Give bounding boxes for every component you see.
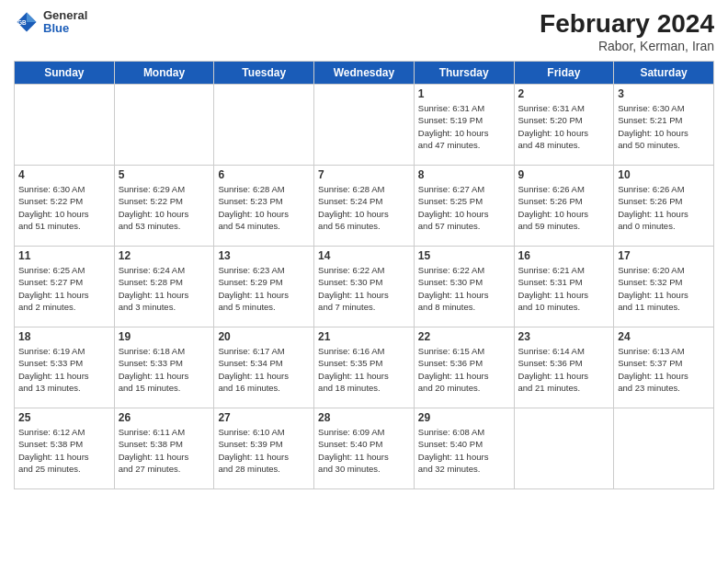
day-info: Sunrise: 6:18 AM Sunset: 5:33 PM Dayligh… [119, 345, 210, 394]
calendar-cell: 1Sunrise: 6:31 AM Sunset: 5:19 PM Daylig… [414, 85, 514, 166]
day-number: 25 [18, 411, 110, 424]
day-info: Sunrise: 6:22 AM Sunset: 5:30 PM Dayligh… [318, 264, 410, 313]
calendar-week-row: 11Sunrise: 6:25 AM Sunset: 5:27 PM Dayli… [15, 247, 714, 327]
calendar-cell: 9Sunrise: 6:26 AM Sunset: 5:26 PM Daylig… [514, 166, 614, 247]
weekday-header: Monday [114, 62, 214, 85]
day-number: 11 [18, 249, 110, 262]
weekday-header: Tuesday [214, 62, 314, 85]
day-info: Sunrise: 6:31 AM Sunset: 5:20 PM Dayligh… [518, 102, 610, 151]
svg-marker-1 [27, 13, 37, 23]
day-number: 5 [119, 168, 210, 181]
calendar-cell: 17Sunrise: 6:20 AM Sunset: 5:32 PM Dayli… [614, 247, 714, 327]
calendar-cell: 19Sunrise: 6:18 AM Sunset: 5:33 PM Dayli… [114, 327, 214, 408]
calendar-cell: 25Sunrise: 6:12 AM Sunset: 5:38 PM Dayli… [15, 408, 115, 489]
day-number: 20 [218, 330, 310, 343]
day-info: Sunrise: 6:30 AM Sunset: 5:21 PM Dayligh… [618, 102, 710, 151]
calendar-cell: 2Sunrise: 6:31 AM Sunset: 5:20 PM Daylig… [514, 85, 614, 166]
day-info: Sunrise: 6:26 AM Sunset: 5:26 PM Dayligh… [518, 183, 610, 232]
day-number: 17 [618, 249, 710, 262]
calendar-cell [114, 85, 214, 166]
calendar-cell: 14Sunrise: 6:22 AM Sunset: 5:30 PM Dayli… [314, 247, 415, 327]
calendar-cell: 5Sunrise: 6:29 AM Sunset: 5:22 PM Daylig… [114, 166, 214, 247]
month-year-title: February 2024 [540, 9, 714, 39]
day-info: Sunrise: 6:24 AM Sunset: 5:28 PM Dayligh… [119, 264, 210, 313]
day-number: 13 [218, 249, 310, 262]
day-info: Sunrise: 6:10 AM Sunset: 5:39 PM Dayligh… [218, 426, 310, 475]
calendar-cell: 13Sunrise: 6:23 AM Sunset: 5:29 PM Dayli… [214, 247, 314, 327]
day-number: 14 [318, 249, 410, 262]
calendar-week-row: 25Sunrise: 6:12 AM Sunset: 5:38 PM Dayli… [15, 408, 714, 489]
day-info: Sunrise: 6:26 AM Sunset: 5:26 PM Dayligh… [618, 183, 710, 232]
day-number: 12 [119, 249, 210, 262]
title-block: February 2024 Rabor, Kerman, Iran [540, 9, 714, 53]
weekday-header: Sunday [15, 62, 115, 85]
calendar-cell: 10Sunrise: 6:26 AM Sunset: 5:26 PM Dayli… [614, 166, 714, 247]
location-subtitle: Rabor, Kerman, Iran [540, 39, 714, 53]
day-number: 21 [318, 330, 410, 343]
calendar-cell: 4Sunrise: 6:30 AM Sunset: 5:22 PM Daylig… [15, 166, 115, 247]
calendar-cell: 24Sunrise: 6:13 AM Sunset: 5:37 PM Dayli… [614, 327, 714, 408]
calendar-cell: 28Sunrise: 6:09 AM Sunset: 5:40 PM Dayli… [314, 408, 415, 489]
calendar-cell: 21Sunrise: 6:16 AM Sunset: 5:35 PM Dayli… [314, 327, 415, 408]
calendar-week-row: 1Sunrise: 6:31 AM Sunset: 5:19 PM Daylig… [15, 85, 714, 166]
day-info: Sunrise: 6:16 AM Sunset: 5:35 PM Dayligh… [318, 345, 410, 394]
calendar-cell: 26Sunrise: 6:11 AM Sunset: 5:38 PM Dayli… [114, 408, 214, 489]
day-info: Sunrise: 6:25 AM Sunset: 5:27 PM Dayligh… [18, 264, 110, 313]
calendar-cell: 16Sunrise: 6:21 AM Sunset: 5:31 PM Dayli… [514, 247, 614, 327]
day-number: 10 [618, 168, 710, 181]
logo-general: General [43, 9, 87, 22]
day-info: Sunrise: 6:21 AM Sunset: 5:31 PM Dayligh… [518, 264, 610, 313]
calendar-cell: 18Sunrise: 6:19 AM Sunset: 5:33 PM Dayli… [15, 327, 115, 408]
day-info: Sunrise: 6:30 AM Sunset: 5:22 PM Dayligh… [18, 183, 110, 232]
day-number: 7 [318, 168, 410, 181]
calendar-cell: 8Sunrise: 6:27 AM Sunset: 5:25 PM Daylig… [414, 166, 514, 247]
day-info: Sunrise: 6:28 AM Sunset: 5:24 PM Dayligh… [318, 183, 410, 232]
calendar-week-row: 18Sunrise: 6:19 AM Sunset: 5:33 PM Dayli… [15, 327, 714, 408]
day-number: 8 [418, 168, 510, 181]
calendar-cell: 6Sunrise: 6:28 AM Sunset: 5:23 PM Daylig… [214, 166, 314, 247]
day-number: 18 [18, 330, 110, 343]
day-number: 3 [618, 87, 710, 100]
calendar-cell: 20Sunrise: 6:17 AM Sunset: 5:34 PM Dayli… [214, 327, 314, 408]
calendar-cell: 23Sunrise: 6:14 AM Sunset: 5:36 PM Dayli… [514, 327, 614, 408]
day-info: Sunrise: 6:17 AM Sunset: 5:34 PM Dayligh… [218, 345, 310, 394]
logo-blue: Blue [43, 22, 87, 35]
logo-icon: GB [14, 9, 40, 35]
weekday-header: Thursday [414, 62, 514, 85]
day-info: Sunrise: 6:11 AM Sunset: 5:38 PM Dayligh… [119, 426, 210, 475]
calendar-cell [15, 85, 115, 166]
calendar-cell [614, 408, 714, 489]
calendar-cell: 12Sunrise: 6:24 AM Sunset: 5:28 PM Dayli… [114, 247, 214, 327]
header: GB General Blue February 2024 Rabor, Ker… [14, 9, 714, 53]
day-info: Sunrise: 6:31 AM Sunset: 5:19 PM Dayligh… [418, 102, 510, 151]
day-number: 28 [318, 411, 410, 424]
day-info: Sunrise: 6:20 AM Sunset: 5:32 PM Dayligh… [618, 264, 710, 313]
calendar-cell [314, 85, 415, 166]
day-info: Sunrise: 6:12 AM Sunset: 5:38 PM Dayligh… [18, 426, 110, 475]
calendar-cell: 11Sunrise: 6:25 AM Sunset: 5:27 PM Dayli… [15, 247, 115, 327]
day-number: 2 [518, 87, 610, 100]
day-info: Sunrise: 6:09 AM Sunset: 5:40 PM Dayligh… [318, 426, 410, 475]
day-number: 27 [218, 411, 310, 424]
calendar-table: SundayMondayTuesdayWednesdayThursdayFrid… [14, 61, 714, 489]
day-number: 9 [518, 168, 610, 181]
calendar-week-row: 4Sunrise: 6:30 AM Sunset: 5:22 PM Daylig… [15, 166, 714, 247]
day-number: 26 [119, 411, 210, 424]
calendar-cell: 3Sunrise: 6:30 AM Sunset: 5:21 PM Daylig… [614, 85, 714, 166]
day-number: 24 [618, 330, 710, 343]
day-number: 16 [518, 249, 610, 262]
day-number: 4 [18, 168, 110, 181]
day-info: Sunrise: 6:27 AM Sunset: 5:25 PM Dayligh… [418, 183, 510, 232]
calendar-cell: 7Sunrise: 6:28 AM Sunset: 5:24 PM Daylig… [314, 166, 415, 247]
logo-text: General Blue [43, 9, 87, 36]
weekday-header: Friday [514, 62, 614, 85]
day-info: Sunrise: 6:15 AM Sunset: 5:36 PM Dayligh… [418, 345, 510, 394]
day-info: Sunrise: 6:22 AM Sunset: 5:30 PM Dayligh… [418, 264, 510, 313]
calendar-cell: 27Sunrise: 6:10 AM Sunset: 5:39 PM Dayli… [214, 408, 314, 489]
day-number: 22 [418, 330, 510, 343]
weekday-header: Wednesday [314, 62, 415, 85]
day-info: Sunrise: 6:29 AM Sunset: 5:22 PM Dayligh… [119, 183, 210, 232]
calendar-cell [214, 85, 314, 166]
day-number: 15 [418, 249, 510, 262]
day-number: 19 [119, 330, 210, 343]
